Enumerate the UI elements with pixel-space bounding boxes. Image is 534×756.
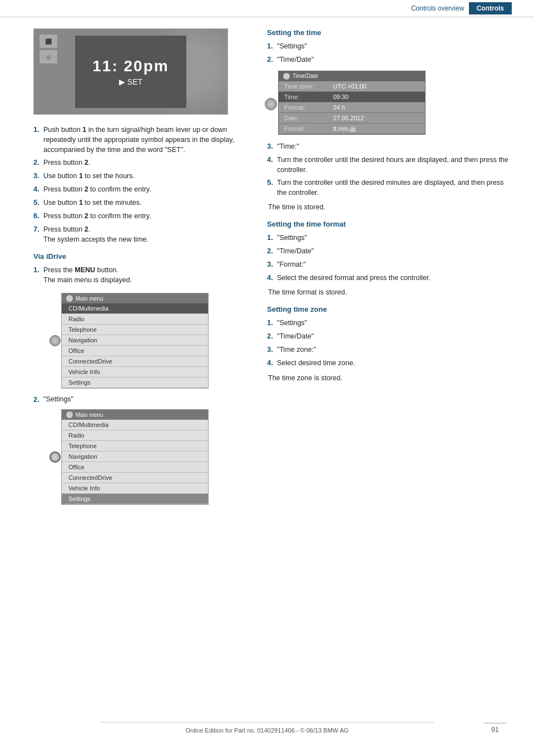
menu-title-text-2: Main menu: [76, 412, 103, 418]
timedate-title-text: Time/Date: [293, 73, 318, 79]
stored-text-3: The time zone is stored.: [267, 374, 512, 382]
timedate-row-format2: Format: tt.mm.jjjj: [279, 124, 425, 134]
timedate-row-time: Time: 09:30: [279, 92, 425, 102]
format-step-2: 2. "Time/Date": [267, 246, 512, 257]
zone-text-4: Select desired time zone.: [277, 358, 355, 369]
format-text-1: "Settings": [277, 233, 307, 243]
right-column: Setting the time 1. "Settings" 2. "Time/…: [267, 28, 512, 512]
td-label-date: Date:: [279, 113, 329, 123]
zone-text-1: "Settings": [277, 318, 307, 328]
format-num-4: 4.: [267, 273, 277, 283]
format-num-1: 1.: [267, 233, 277, 243]
menu-title-text-1: Main menu: [76, 296, 103, 302]
setting-time-step-1: 1. "Settings": [267, 41, 512, 52]
menu-item-navigation-2: Navigation: [62, 451, 208, 462]
icon-box-2: ◎: [39, 50, 57, 63]
setting-time-zone-steps: 1. "Settings" 2. "Time/Date" 3. "Time zo…: [267, 318, 512, 368]
icon-box-1: ⬛: [39, 35, 57, 48]
instruction-item-1: 1. Push button 1 in the turn signal/high…: [33, 125, 250, 155]
stored-text-1: The time is stored.: [267, 203, 512, 211]
header-bar: Controls overview Controls: [0, 0, 534, 17]
menu-item-settings-2: Settings: [62, 494, 208, 504]
instruction-item-2: 2. Press button 2.: [33, 158, 250, 168]
setting-time2-text-3: "Time:": [277, 141, 299, 152]
left-knob-2: [50, 451, 61, 463]
menu-title-bar-1: Main menu: [62, 293, 208, 303]
footer-line: [100, 722, 434, 723]
footer-text: Online Edition for Part no. 01402911406 …: [185, 727, 348, 734]
breadcrumb: Controls overview Controls: [411, 4, 512, 12]
zone-num-2: 2.: [267, 331, 277, 342]
setting-time2-step-5: 5. Turn the controller until the desired…: [267, 178, 512, 198]
via-idrive-text-1: Press the MENU button.The main menu is d…: [43, 265, 132, 285]
setting-time2-text-4: Turn the controller until the desired ho…: [277, 155, 512, 175]
timedate-row-date: Date: 27.05.2012: [279, 113, 425, 124]
instruction-num-4: 4.: [33, 184, 43, 195]
format-num-2: 2.: [267, 246, 277, 257]
main-content: ⬛ ◎ 11: 20pm ▶ SET 1. Push button 1 in t…: [0, 17, 534, 523]
menu-item-vehicle-2: Vehicle Info: [62, 483, 208, 494]
zone-step-1: 1. "Settings": [267, 318, 512, 328]
instruction-num-7: 7.: [33, 224, 43, 244]
instruction-item-7: 7. Press button 2.The system accepts the…: [33, 224, 250, 244]
via-idrive-step1: 1. Press the MENU button.The main menu i…: [33, 265, 250, 285]
instruction-num-6: 6.: [33, 211, 43, 222]
setting-time-steps2: 3. "Time:" 4. Turn the controller until …: [267, 141, 512, 198]
menu-item-office-1: Office: [62, 346, 208, 356]
setting-time-text-2: "Time/Date": [277, 55, 314, 65]
format-text-2: "Time/Date": [277, 246, 314, 257]
instruction-text-5: Use button 1 to set the minutes.: [43, 198, 142, 208]
breadcrumb-controls-overview: Controls overview: [411, 4, 464, 12]
menu-item-connected-2: ConnectedDrive: [62, 473, 208, 483]
menu-item-cd-2: CD/Multimedia: [62, 420, 208, 430]
left-icons: ⬛ ◎: [39, 35, 57, 63]
setting-time-text-1: "Settings": [277, 41, 307, 52]
instruction-num-5: 5.: [33, 198, 43, 208]
td-value-format2: tt.mm.jjjj: [329, 124, 425, 134]
menu-item-telephone-2: Telephone: [62, 441, 208, 451]
instruction-item-5: 5. Use button 1 to set the minutes.: [33, 198, 250, 208]
setting-time-zone-title: Setting time zone: [267, 305, 512, 313]
instruction-item-4: 4. Press button 2 to confirm the entry.: [33, 184, 250, 195]
setting-time-num-1: 1.: [267, 41, 277, 52]
td-value-time: 09:30: [329, 92, 425, 102]
instruction-text-2: Press button 2.: [43, 158, 90, 168]
menu-item-radio-1: Radio: [62, 314, 208, 325]
menu-title-bar-2: Main menu: [62, 410, 208, 420]
via-idrive-num-1: 1.: [33, 265, 43, 285]
timedate-screenshot: Time/Date Time zone: UTC +01:00 Time: 09…: [278, 71, 426, 135]
setting-time2-num-3: 3.: [267, 141, 277, 152]
instructions-list: 1. Push button 1 in the turn signal/high…: [33, 125, 250, 244]
instruction-text-4: Press button 2 to confirm the entry.: [43, 184, 151, 195]
via-idrive-instructions: 1. Press the MENU button.The main menu i…: [33, 265, 250, 285]
timedate-knob: [265, 98, 277, 110]
zone-num-3: 3.: [267, 345, 277, 355]
timedate-row-format1: Format: 24 h: [279, 102, 425, 113]
instruction-text-7: Press button 2.The system accepts the ne…: [43, 224, 149, 244]
td-label-time: Time:: [279, 92, 329, 102]
zone-step-3: 3. "Time zone:": [267, 345, 512, 355]
menu-screenshot-1: Main menu CD/Multimedia Radio Telephone …: [61, 293, 209, 389]
breadcrumb-controls-active: Controls: [469, 2, 512, 14]
instruction-text-3: Use button 1 to set the hours.: [43, 171, 135, 181]
setting-time2-step-3: 3. "Time:": [267, 141, 512, 152]
instruction-num-1: 1.: [33, 125, 43, 155]
zone-num-4: 4.: [267, 358, 277, 369]
setting-time-format-title: Setting the time format: [267, 220, 512, 228]
setting-time2-num-4: 4.: [267, 155, 277, 175]
timedate-row-timezone: Time zone: UTC +01:00: [279, 81, 425, 92]
instruction-item-3: 3. Use button 1 to set the hours.: [33, 171, 250, 181]
format-text-3: "Format:": [277, 259, 306, 270]
zone-step-4: 4. Select desired time zone.: [267, 358, 512, 369]
zone-text-3: "Time zone:": [277, 345, 316, 355]
td-value-format1: 24 h: [329, 102, 425, 112]
instruction-num-2: 2.: [33, 158, 43, 168]
menu-icon-2: [66, 411, 73, 418]
format-step-4: 4. Select the desired format and press t…: [267, 273, 512, 283]
menu-icon-1: [66, 295, 73, 302]
zone-text-2: "Time/Date": [277, 331, 314, 342]
menu-item-telephone-1: Telephone: [62, 325, 208, 335]
instruction-num-3: 3.: [33, 171, 43, 181]
instruction-text-6: Press button 2 to confirm the entry.: [43, 211, 151, 222]
menu-item-office-2: Office: [62, 462, 208, 473]
